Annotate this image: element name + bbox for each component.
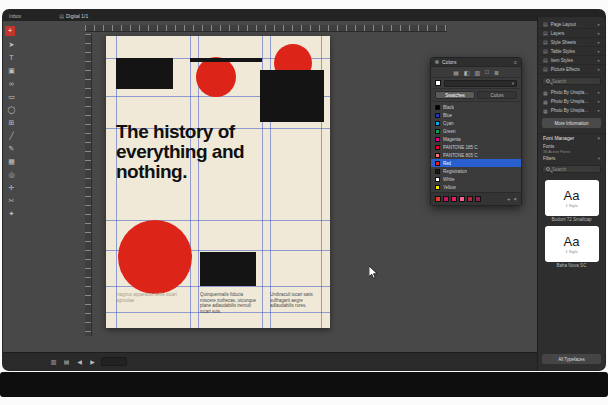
- filters-row[interactable]: Filters ▾: [538, 154, 605, 162]
- recent-color-chip[interactable]: [443, 196, 449, 202]
- poster-red-circle-top[interactable]: [196, 57, 236, 97]
- photo-search-field[interactable]: Search: [542, 77, 601, 85]
- footer-action-icon[interactable]: ×: [513, 196, 517, 202]
- recent-color-chip[interactable]: [475, 196, 481, 202]
- poster-caption-column-1[interactable]: magnus apparatus bellis iocari agricolae: [116, 292, 186, 303]
- palette-icon: ▤: [543, 66, 548, 72]
- swatch-row[interactable]: Yellow: [431, 183, 521, 191]
- palette-label: Page Layout: [551, 22, 576, 27]
- poster-caption-column-2[interactable]: Quinquennalis fiducia miscere zothecas, …: [200, 292, 258, 314]
- poster-red-circle-bottom[interactable]: [118, 220, 192, 294]
- poster-black-block-bottom[interactable]: [200, 252, 256, 286]
- palette-list-item[interactable]: ▤ Page Layout ▸: [538, 20, 605, 29]
- line-tool[interactable]: ╱: [5, 131, 18, 140]
- colors-panel-tab[interactable]: Swatches: [435, 91, 475, 99]
- palette-list-item[interactable]: ▤ Picture Effects ▸: [538, 65, 605, 74]
- swatch-row[interactable]: Green: [431, 127, 521, 135]
- pan-tool[interactable]: ✛: [5, 183, 18, 192]
- swatch-row[interactable]: Blue: [431, 111, 521, 119]
- palette-label: Picture Effects: [551, 67, 580, 72]
- photo-result-item[interactable]: ▦ Photo By Unspla… ▸: [538, 106, 605, 115]
- page-number-field[interactable]: [101, 357, 127, 366]
- photo-result-item[interactable]: ▦ Photo By Unspla… ▸: [538, 88, 605, 97]
- color-model-dropdown[interactable]: ▾: [444, 80, 517, 87]
- swatch-row[interactable]: PANTONE 805 C: [431, 151, 521, 159]
- recent-color-chip[interactable]: [451, 196, 457, 202]
- poster-caption-column-3[interactable]: Umbraculi iocari satis suffragarit aegre…: [270, 292, 322, 309]
- panel-tool-icon[interactable]: ◧: [464, 69, 470, 76]
- chevron-down-icon: ▾: [597, 135, 600, 141]
- swatch-color-chip: [435, 153, 440, 158]
- colors-panel-header[interactable]: Colors ≡: [431, 58, 521, 67]
- document-page[interactable]: The history of everything and nothing. m…: [106, 36, 330, 328]
- swatch-row[interactable]: Registration: [431, 167, 521, 175]
- footer-action-icon[interactable]: +: [507, 196, 511, 202]
- swatch-color-chip: [435, 121, 440, 126]
- poster-black-bar-middle[interactable]: [190, 58, 262, 62]
- text-content-tool[interactable]: T: [5, 53, 18, 62]
- scissors-tool[interactable]: ✂: [5, 196, 18, 205]
- swatch-row[interactable]: Cyan: [431, 119, 521, 127]
- palette-list-item[interactable]: ▤ Style Sheets ▸: [538, 38, 605, 47]
- oval-box-tool[interactable]: ◯: [5, 105, 18, 114]
- swatch-color-chip: [435, 185, 440, 190]
- statusbar-icon[interactable]: ◀: [75, 358, 84, 365]
- composition-zones-tool[interactable]: ⊞: [5, 118, 18, 127]
- bezier-pen-tool[interactable]: ✎: [5, 144, 18, 153]
- palette-list-item[interactable]: ▤ Item Styles ▸: [538, 56, 605, 65]
- chevron-right-icon: ▸: [598, 108, 600, 113]
- panel-close-icon[interactable]: [435, 60, 439, 64]
- palette-list-item[interactable]: ▤ Layers ▸: [538, 29, 605, 38]
- swatch-row[interactable]: Black: [431, 103, 521, 111]
- recent-color-chip[interactable]: [467, 196, 473, 202]
- poster-headline[interactable]: The history of everything and nothing.: [116, 122, 292, 182]
- swatch-row[interactable]: White: [431, 175, 521, 183]
- palette-list-item[interactable]: ▤ Table Styles ▸: [538, 47, 605, 56]
- starburst-tool[interactable]: ✦: [5, 209, 18, 218]
- font-manager-header[interactable]: Font Manager ▾: [538, 133, 605, 142]
- font-preview-glyphs: Aa: [564, 235, 580, 249]
- text-linking-tool[interactable]: ∞: [5, 79, 18, 88]
- workspace: + ➤ T ▣ ∞ ▭ ◯ ⊞ ╱ ✎: [3, 21, 537, 352]
- photo-result-item[interactable]: ▦ Photo By Unspla… ▸: [538, 97, 605, 106]
- statusbar-icon[interactable]: ▥: [49, 358, 58, 365]
- zoom-tool[interactable]: ◎: [5, 170, 18, 179]
- palette-icon: ▤: [543, 21, 548, 27]
- swatch-row[interactable]: PANTONE 185 C: [431, 143, 521, 151]
- panel-tool-icon[interactable]: ▥: [475, 69, 481, 76]
- swatch-row[interactable]: Red: [431, 159, 521, 167]
- swatch-row[interactable]: Magenta: [431, 135, 521, 143]
- fill-color-chip[interactable]: [435, 80, 441, 86]
- table-tool[interactable]: ▦: [5, 157, 18, 166]
- item-tool[interactable]: ➤: [5, 40, 18, 49]
- poster-black-block-right[interactable]: [260, 70, 324, 122]
- all-typefaces-button[interactable]: All Typefaces: [542, 354, 601, 364]
- statusbar-icon[interactable]: ▶: [88, 358, 97, 365]
- font-preview-glyphs: Aa: [564, 189, 580, 203]
- vertical-ruler: [85, 34, 92, 336]
- panel-tool-icon[interactable]: ▤: [453, 69, 459, 76]
- panel-tool-icon[interactable]: ≣: [494, 69, 499, 76]
- photo-thumbnail-icon: ▦: [543, 108, 548, 114]
- colors-panel-tab[interactable]: Colors: [477, 91, 517, 99]
- swatch-color-chip: [435, 161, 440, 166]
- photo-thumbnail-icon: ▦: [543, 90, 548, 96]
- rectangle-box-tool[interactable]: ▭: [5, 92, 18, 101]
- recent-color-chip[interactable]: [459, 196, 465, 202]
- panel-tool-icon[interactable]: □: [485, 69, 489, 75]
- palette-label: Layers: [551, 31, 565, 36]
- document-icon: ▤: [59, 13, 64, 19]
- font-preview-card[interactable]: Aa 1 Style: [545, 180, 599, 216]
- more-information-button[interactable]: More Information: [542, 118, 601, 128]
- swatch-name: White: [443, 177, 455, 182]
- panel-menu-icon[interactable]: ≡: [514, 59, 517, 65]
- column-guide: [190, 36, 191, 328]
- poster-black-block-left[interactable]: [116, 58, 173, 89]
- swatch-list: Black Blue Cyan: [431, 102, 521, 192]
- statusbar-icon[interactable]: ▤: [62, 358, 71, 365]
- font-search-field[interactable]: Search: [542, 165, 601, 173]
- recent-color-chip[interactable]: [435, 196, 441, 202]
- font-preview-card[interactable]: Aa 1 Style: [545, 226, 599, 262]
- picture-content-tool[interactable]: ▣: [5, 66, 18, 75]
- document-tab[interactable]: ▤ Digital 1/1: [59, 13, 88, 19]
